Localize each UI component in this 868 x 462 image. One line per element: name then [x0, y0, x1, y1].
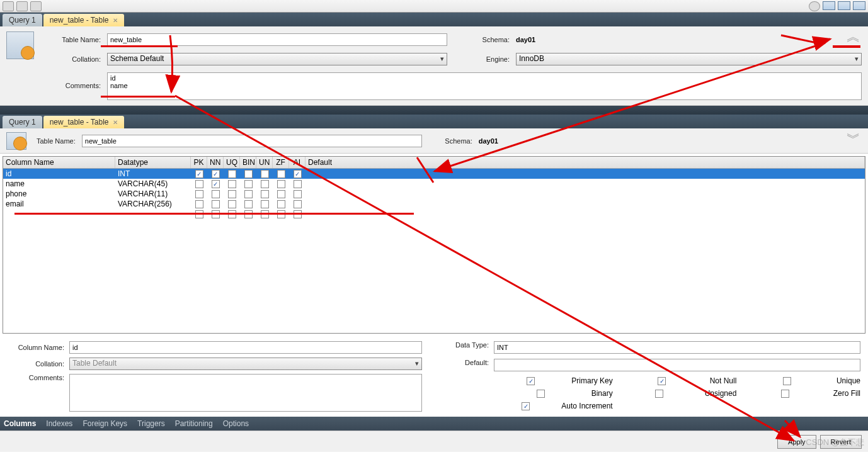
cell-bin[interactable] — [240, 200, 256, 208]
hdr-ai[interactable]: AI — [289, 157, 306, 168]
close-icon[interactable]: ✕ — [113, 17, 118, 24]
hdr-uq[interactable]: UQ — [224, 157, 240, 168]
cell-name: email — [3, 200, 115, 208]
cell-uq[interactable] — [224, 200, 240, 208]
window-btn[interactable] — [838, 1, 850, 10]
cell-un[interactable] — [256, 200, 273, 208]
checkbox-icon[interactable] — [537, 390, 545, 398]
cell-nn[interactable] — [207, 190, 224, 198]
det-default-input[interactable] — [494, 359, 860, 371]
col-name-input[interactable] — [69, 341, 422, 354]
tab-newtable-b[interactable]: new_table - Table ✕ — [43, 116, 124, 128]
schema-value: day01 — [516, 36, 862, 43]
window-btn[interactable] — [853, 1, 865, 10]
close-icon[interactable]: ✕ — [113, 119, 118, 126]
table-row-empty[interactable] — [3, 209, 865, 219]
det-collation-label: Collation: — [8, 360, 64, 368]
cell-un[interactable] — [256, 180, 273, 188]
checkbox-icon[interactable] — [655, 390, 663, 398]
det-datatype-label: Data Type: — [432, 341, 489, 349]
flag-nn[interactable]: Not Null — [618, 376, 737, 385]
apply-button[interactable]: Apply — [777, 435, 816, 449]
cell-zf[interactable] — [273, 180, 289, 188]
table-row[interactable]: phoneVARCHAR(11) — [3, 189, 865, 199]
btab-indexes[interactable]: Indexes — [46, 419, 72, 428]
cell-bin[interactable] — [240, 190, 256, 198]
cell-uq[interactable] — [224, 180, 240, 188]
toolbar-icon[interactable] — [3, 1, 14, 11]
table-icon — [6, 31, 34, 59]
schema-label: Schema: — [428, 137, 472, 145]
checkbox-icon[interactable] — [783, 377, 791, 385]
btab-triggers[interactable]: Triggers — [137, 419, 165, 428]
det-collation-select[interactable]: Table Default — [69, 358, 422, 370]
toolbar-icon[interactable] — [30, 1, 42, 11]
checkbox-icon[interactable] — [527, 377, 535, 385]
cell-zf[interactable] — [273, 200, 289, 208]
flag-zf[interactable]: Zero Fill — [741, 389, 860, 398]
cell-un[interactable] — [256, 170, 273, 178]
cell-bin[interactable] — [240, 170, 256, 178]
table-name-input-2[interactable] — [82, 135, 422, 147]
cell-ai[interactable] — [289, 190, 306, 198]
comments-textarea[interactable] — [107, 72, 862, 100]
btab-columns[interactable]: Columns — [4, 419, 36, 428]
cell-ai[interactable] — [289, 170, 306, 178]
table-row[interactable]: nameVARCHAR(45) — [3, 179, 865, 189]
hdr-un[interactable]: UN — [256, 157, 273, 168]
flag-bin[interactable]: Binary — [494, 389, 613, 398]
chevron-up-icon[interactable]: ︽ — [847, 31, 860, 41]
cell-ai[interactable] — [289, 200, 306, 208]
cell-nn[interactable] — [207, 170, 224, 178]
cell-pk[interactable] — [191, 190, 207, 198]
cell-ai[interactable] — [289, 180, 306, 188]
btab-partition[interactable]: Partitioning — [175, 419, 213, 428]
schema-value: day01 — [479, 137, 498, 145]
collation-select[interactable]: Schema Default — [107, 53, 447, 65]
tab-query1-b[interactable]: Query 1 — [3, 116, 42, 128]
table-row[interactable]: idINT — [3, 169, 865, 179]
btab-options[interactable]: Options — [223, 419, 249, 428]
cell-uq[interactable] — [224, 170, 240, 178]
hdr-pk[interactable]: PK — [191, 157, 207, 168]
table-name-label: Table Name: — [44, 36, 101, 43]
det-datatype-input[interactable] — [494, 341, 860, 354]
tab-newtable[interactable]: new_table - Table ✕ — [43, 14, 124, 26]
flag-un[interactable]: Unsigned — [618, 389, 737, 398]
gear-icon[interactable] — [809, 1, 820, 11]
cell-pk[interactable] — [191, 180, 207, 188]
cell-un[interactable] — [256, 190, 273, 198]
hdr-default[interactable]: Default — [306, 157, 865, 168]
flag-uq[interactable]: Unique — [741, 376, 860, 385]
table-name-input[interactable] — [107, 33, 447, 46]
tab-query1[interactable]: Query 1 — [3, 14, 42, 26]
flag-ai[interactable]: Auto Increment — [494, 402, 613, 410]
checkbox-icon[interactable] — [781, 390, 789, 398]
checkbox-icon[interactable] — [658, 377, 666, 385]
engine-select[interactable]: InnoDB — [516, 53, 862, 65]
cell-zf[interactable] — [273, 170, 289, 178]
table-row[interactable]: emailVARCHAR(256) — [3, 199, 865, 209]
revert-button[interactable]: Revert — [820, 435, 862, 449]
hdr-zf[interactable]: ZF — [273, 157, 289, 168]
cell-bin[interactable] — [240, 180, 256, 188]
table-name-label: Table Name: — [37, 137, 76, 145]
chevron-down-icon[interactable]: ︾ — [847, 133, 860, 143]
hdr-datatype[interactable]: Datatype — [115, 157, 191, 168]
cell-pk[interactable] — [191, 200, 207, 208]
cell-uq[interactable] — [224, 190, 240, 198]
hdr-bin[interactable]: BIN — [240, 157, 256, 168]
btab-fk[interactable]: Foreign Keys — [83, 419, 127, 428]
window-btn[interactable] — [823, 1, 835, 10]
cell-nn[interactable] — [207, 180, 224, 188]
toolbar-icon[interactable] — [16, 1, 28, 11]
cell-zf[interactable] — [273, 190, 289, 198]
cell-datatype: VARCHAR(11) — [115, 189, 191, 198]
hdr-nn[interactable]: NN — [207, 157, 224, 168]
cell-pk[interactable] — [191, 170, 207, 178]
cell-nn[interactable] — [207, 200, 224, 208]
det-comments-textarea[interactable] — [69, 374, 422, 412]
hdr-column-name[interactable]: Column Name — [3, 157, 115, 168]
checkbox-icon[interactable] — [522, 402, 530, 410]
flag-pk[interactable]: Primary Key — [494, 376, 613, 385]
